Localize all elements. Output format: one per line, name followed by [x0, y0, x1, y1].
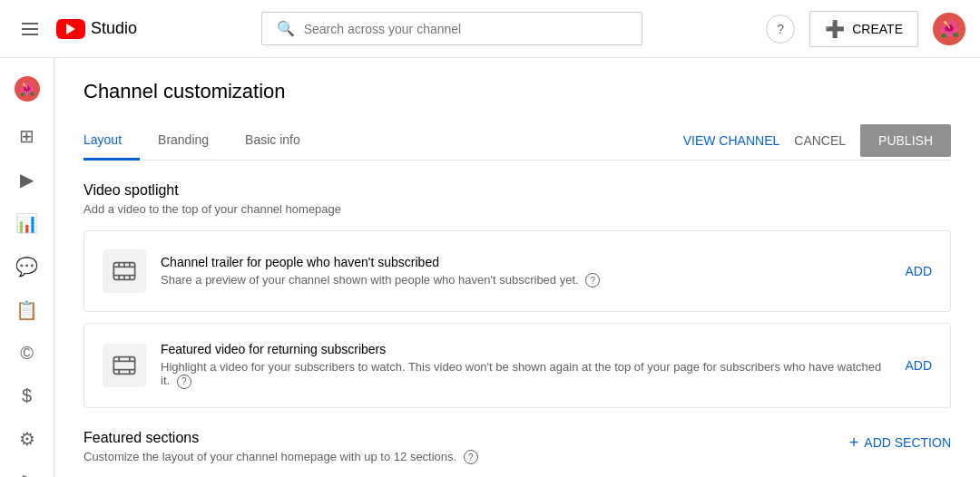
view-channel-button[interactable]: VIEW CHANNEL: [683, 133, 780, 148]
featured-video-add-button[interactable]: ADD: [905, 358, 932, 373]
svg-rect-9: [113, 356, 134, 374]
film-icon: [112, 258, 137, 284]
tabs-row: Layout Branding Basic info VIEW CHANNEL …: [83, 122, 951, 161]
copyright-icon: ©: [20, 343, 34, 364]
featured-sections-title: Featured sections: [83, 430, 820, 446]
channel-trailer-help-icon[interactable]: ?: [585, 273, 600, 287]
dashboard-icon: ⊞: [19, 125, 34, 147]
sidebar-item-subtitles[interactable]: 📋: [0, 288, 54, 332]
video-spotlight-title: Video spotlight: [83, 182, 951, 199]
sidebar-item-copyright[interactable]: ©: [0, 332, 54, 375]
analytics-icon: 📊: [15, 212, 38, 234]
sidebar-item-settings[interactable]: ⚙: [0, 417, 54, 461]
sidebar-item-analytics[interactable]: 📊: [0, 201, 54, 245]
video-spotlight-desc: Add a video to the top of your channel h…: [83, 202, 951, 216]
top-nav: Studio 🔍 ? ➕ CREATE 🌺: [0, 0, 980, 58]
add-section-label: ADD SECTION: [864, 435, 951, 450]
search-bar: 🔍: [261, 12, 642, 45]
publish-button[interactable]: PUBLISH: [860, 124, 951, 157]
sidebar-item-feedback[interactable]: ⚑: [0, 461, 54, 477]
featured-sections-info: Featured sections Customize the layout o…: [83, 430, 820, 477]
content-icon: ▶: [20, 169, 34, 190]
featured-video-desc: Highlight a video for your subscribers t…: [161, 360, 890, 389]
logo-area: Studio: [56, 19, 137, 39]
channel-trailer-icon: [103, 249, 146, 293]
featured-video-help-icon[interactable]: ?: [177, 375, 191, 389]
featured-video-card: Featured video for returning subscribers…: [83, 323, 951, 408]
tabs-left: Layout Branding Basic info: [83, 122, 318, 160]
menu-button[interactable]: [15, 15, 45, 43]
logo-text: Studio: [91, 19, 137, 38]
sidebar-item-my-channel[interactable]: 🌺: [0, 65, 54, 114]
settings-icon: ⚙: [19, 428, 35, 450]
featured-sections-section: Featured sections Customize the layout o…: [83, 430, 951, 477]
plus-icon: +: [849, 433, 859, 453]
featured-sections-desc: Customize the layout of your channel hom…: [83, 450, 820, 465]
video-spotlight-section: Video spotlight Add a video to the top o…: [83, 182, 951, 408]
featured-video-icon: [103, 344, 146, 387]
avatar[interactable]: 🌺: [933, 13, 965, 45]
create-button[interactable]: ➕ CREATE: [809, 11, 918, 47]
featured-video-content: Featured video for returning subscribers…: [161, 342, 890, 389]
channel-trailer-add-button[interactable]: ADD: [905, 264, 932, 278]
monetization-icon: $: [22, 385, 32, 406]
add-section-button[interactable]: + ADD SECTION: [849, 430, 951, 453]
featured-sections-help-icon[interactable]: ?: [464, 450, 478, 464]
youtube-logo-icon: [56, 19, 85, 39]
feedback-icon: ⚑: [19, 472, 35, 477]
featured-video-title: Featured video for returning subscribers: [161, 342, 890, 356]
sidebar-avatar: 🌺: [15, 76, 40, 102]
sidebar-item-monetization[interactable]: $: [0, 375, 54, 417]
channel-trailer-title: Channel trailer for people who haven't s…: [161, 255, 890, 269]
subtitles-icon: 📋: [15, 299, 38, 321]
sidebar-item-dashboard[interactable]: ⊞: [0, 114, 54, 158]
video-icon: [112, 353, 137, 378]
sidebar: 🌺 ⊞ ▶ 📊 💬 📋 © $ ⚙ ⚑: [0, 58, 54, 477]
search-icon: 🔍: [277, 20, 295, 37]
create-label: CREATE: [852, 22, 903, 36]
main-content: Channel customization Layout Branding Ba…: [54, 58, 980, 477]
tab-branding[interactable]: Branding: [140, 122, 227, 161]
help-button[interactable]: ?: [766, 15, 795, 44]
cancel-button[interactable]: CANCEL: [794, 133, 846, 148]
create-plus-icon: ➕: [825, 19, 845, 39]
tabs-actions: VIEW CHANNEL CANCEL PUBLISH: [683, 124, 951, 157]
page-wrapper: 🌺 ⊞ ▶ 📊 💬 📋 © $ ⚙ ⚑ Channe: [0, 58, 980, 477]
channel-trailer-desc: Share a preview of your channel shown wi…: [161, 273, 890, 288]
comments-icon: 💬: [15, 256, 38, 277]
nav-right: ? ➕ CREATE 🌺: [766, 11, 965, 47]
page-title: Channel customization: [83, 80, 951, 103]
nav-left: Studio: [15, 15, 137, 43]
channel-trailer-card: Channel trailer for people who haven't s…: [83, 230, 951, 312]
sidebar-item-comments[interactable]: 💬: [0, 245, 54, 288]
tab-layout[interactable]: Layout: [83, 122, 140, 161]
channel-trailer-content: Channel trailer for people who haven't s…: [161, 255, 890, 288]
avatar-image: 🌺: [939, 19, 959, 39]
search-input[interactable]: [304, 22, 627, 36]
tab-basic-info[interactable]: Basic info: [227, 122, 318, 161]
sidebar-item-content[interactable]: ▶: [0, 158, 54, 201]
